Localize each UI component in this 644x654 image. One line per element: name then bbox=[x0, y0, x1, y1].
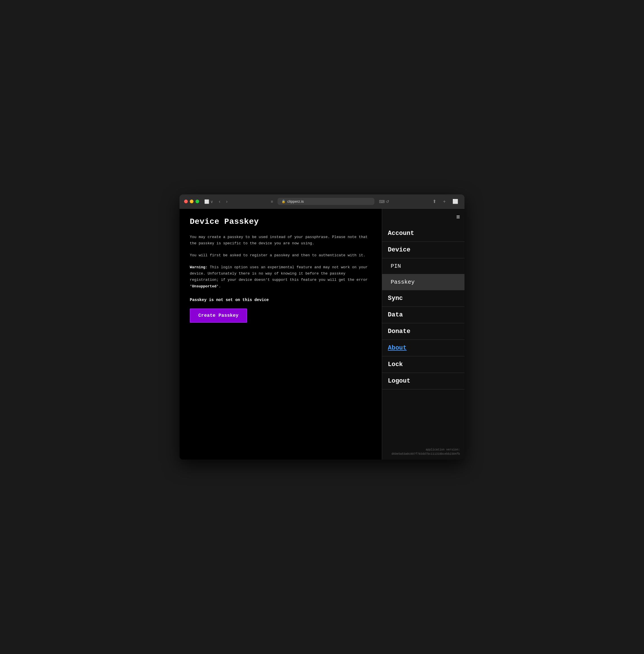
sidebar-item-data[interactable]: Data bbox=[382, 307, 464, 323]
new-tab-button[interactable]: + bbox=[441, 198, 447, 205]
warning-block: Warning: This login option uses an exper… bbox=[190, 264, 372, 289]
description-text-2: You will first be asked to register a pa… bbox=[190, 252, 372, 258]
warning-body: This login option uses an experimental f… bbox=[190, 265, 368, 282]
tabs-button[interactable]: ⬜ bbox=[451, 198, 460, 205]
browser-content: Device Passkey You may create a passkey … bbox=[180, 209, 464, 459]
sidebar-item-about[interactable]: About bbox=[382, 340, 464, 356]
sidebar-item-passkey[interactable]: Passkey bbox=[382, 274, 464, 290]
version-hash: d69e5a53a0c897f783dd7bc111318bcebb2304fb bbox=[392, 452, 460, 456]
minimize-button[interactable] bbox=[190, 200, 193, 203]
sidebar-item-donate[interactable]: Donate bbox=[382, 323, 464, 340]
create-passkey-button[interactable]: Create Passkey bbox=[190, 309, 247, 323]
sidebar-footer: application version: d69e5a53a0c897f783d… bbox=[382, 444, 464, 459]
sidebar-item-sync[interactable]: Sync bbox=[382, 290, 464, 307]
forward-button[interactable]: › bbox=[224, 198, 229, 205]
warning-suffix: . bbox=[218, 284, 221, 289]
sidebar-item-lock[interactable]: Lock bbox=[382, 356, 464, 373]
sidebar-item-account[interactable]: Account bbox=[382, 225, 464, 242]
version-info: application version: d69e5a53a0c897f783d… bbox=[387, 448, 460, 456]
warning-text: Warning: This login option uses an exper… bbox=[190, 264, 372, 289]
address-bar[interactable]: 🔒 clipperz.is bbox=[278, 198, 374, 205]
close-button[interactable] bbox=[184, 200, 188, 203]
sidebar: ≡ Account Device PIN Passkey Sync Data D… bbox=[382, 209, 464, 459]
translate-icon: ⌨ ↺ bbox=[379, 199, 389, 204]
back-button[interactable]: ‹ bbox=[217, 198, 222, 205]
browser-toolbar: ⬜ ∨ ‹ › ≡ 🔒 clipperz.is ⌨ ↺ ⬆ + ⬜ bbox=[203, 198, 460, 205]
sidebar-item-pin[interactable]: PIN bbox=[382, 258, 464, 274]
description-text-1: You may create a passkey to be used inst… bbox=[190, 234, 372, 247]
sidebar-item-device[interactable]: Device bbox=[382, 242, 464, 258]
description-block-1: You may create a passkey to be used inst… bbox=[190, 234, 372, 247]
main-content: Device Passkey You may create a passkey … bbox=[180, 209, 382, 459]
sidebar-item-logout[interactable]: Logout bbox=[382, 373, 464, 389]
traffic-lights bbox=[184, 200, 199, 203]
warning-prefix: Warning: bbox=[190, 265, 207, 269]
reader-icon: ≡ bbox=[271, 199, 273, 204]
browser-actions: ⬆ + ⬜ bbox=[431, 198, 460, 205]
maximize-button[interactable] bbox=[196, 200, 199, 203]
sidebar-toggle-button[interactable]: ⬜ ∨ bbox=[203, 199, 215, 204]
version-label: application version: bbox=[426, 448, 460, 451]
passkey-status: Passkey is not set on this device bbox=[190, 298, 372, 302]
page-title: Device Passkey bbox=[190, 217, 372, 226]
warning-code: 'Unsupported' bbox=[190, 284, 218, 289]
lock-icon: 🔒 bbox=[281, 200, 285, 203]
hamburger-menu-button[interactable]: ≡ bbox=[382, 209, 464, 225]
url-text: clipperz.is bbox=[287, 199, 304, 204]
address-bar-container: ≡ 🔒 clipperz.is ⌨ ↺ bbox=[232, 198, 429, 205]
nav-menu: Account Device PIN Passkey Sync Data Don… bbox=[382, 225, 464, 444]
browser-window: ⬜ ∨ ‹ › ≡ 🔒 clipperz.is ⌨ ↺ ⬆ + ⬜ Device… bbox=[180, 195, 464, 459]
description-block-2: You will first be asked to register a pa… bbox=[190, 252, 372, 258]
browser-chrome: ⬜ ∨ ‹ › ≡ 🔒 clipperz.is ⌨ ↺ ⬆ + ⬜ bbox=[180, 195, 464, 209]
share-button[interactable]: ⬆ bbox=[431, 198, 438, 205]
